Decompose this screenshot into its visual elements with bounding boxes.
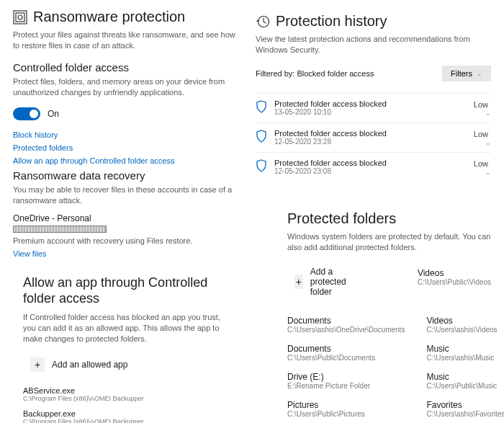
chevron-down-icon: ⌄ bbox=[477, 70, 482, 77]
folder-item[interactable]: PicturesC:\Users\Public\Pictures bbox=[287, 400, 405, 418]
filter-label: Filtered by: Blocked folder access bbox=[256, 69, 374, 78]
allow-title: Allow an app through Controlled folder a… bbox=[23, 275, 233, 306]
add-allowed-app-button[interactable]: + Add an allowed app bbox=[23, 353, 135, 376]
allow-desc: If Controlled folder access has blocked … bbox=[23, 312, 233, 344]
allowed-app-item[interactable]: ABService.exeC:\Program Files (x86)\AOME… bbox=[23, 386, 233, 402]
add-protected-folder-button[interactable]: + Add a protected folder bbox=[287, 262, 367, 301]
ransomware-icon bbox=[13, 10, 27, 25]
plus-icon: + bbox=[30, 357, 45, 372]
add-protected-folder-label: Add a protected folder bbox=[310, 267, 360, 297]
svg-point-2 bbox=[18, 15, 22, 19]
cfa-toggle[interactable] bbox=[13, 107, 40, 120]
folder-item[interactable]: Drive (E:)E:\Rename Picture Folder bbox=[287, 372, 405, 390]
page-desc: Protect your files against threats like … bbox=[13, 30, 243, 51]
history-item[interactable]: Protected folder access blocked13-05-202… bbox=[256, 93, 491, 123]
folder-item[interactable]: DocumentsC:\Users\Public\Documents bbox=[287, 344, 405, 362]
folder-item[interactable]: DocumentsC:\Users\ashis\OneDrive\Documen… bbox=[287, 316, 405, 334]
folder-item[interactable]: MusicC:\Users\Public\Music bbox=[426, 372, 504, 390]
history-icon bbox=[256, 14, 270, 29]
history-desc: View the latest protection actions and r… bbox=[256, 34, 491, 55]
shield-icon bbox=[256, 100, 267, 113]
link-block-history[interactable]: Block history bbox=[13, 130, 243, 139]
protected-folders-title: Protected folders bbox=[287, 210, 491, 227]
folder-item[interactable]: VideosC:\Users\ashis\Videos bbox=[426, 316, 504, 334]
onedrive-note: Premium account with recovery using File… bbox=[13, 236, 243, 246]
cfa-toggle-label: On bbox=[48, 109, 59, 119]
recovery-title: Ransomware data recovery bbox=[13, 169, 243, 182]
history-title: Protection history bbox=[276, 13, 387, 30]
folder-item[interactable]: Videos C:\Users\Public\Videos bbox=[418, 268, 491, 286]
protected-folders-desc: Windows system folders are protected by … bbox=[287, 231, 491, 253]
folder-item[interactable]: MusicC:\Users\ashis\Music bbox=[426, 344, 504, 362]
filters-button[interactable]: Filters ⌄ bbox=[442, 66, 491, 81]
shield-icon bbox=[256, 130, 267, 143]
history-item[interactable]: Protected folder access blocked12-05-202… bbox=[256, 152, 491, 182]
link-allow-app[interactable]: Allow an app through Controlled folder a… bbox=[13, 156, 243, 165]
svg-rect-1 bbox=[16, 13, 24, 22]
add-allowed-app-label: Add an allowed app bbox=[52, 360, 127, 370]
link-view-files[interactable]: View files bbox=[13, 249, 243, 258]
history-item[interactable]: Protected folder access blocked12-05-202… bbox=[256, 123, 491, 152]
allowed-app-item[interactable]: Backupper.exeC:\Program Files (x86)\AOME… bbox=[23, 409, 233, 423]
cfa-desc: Protect files, folders, and memory areas… bbox=[13, 76, 243, 98]
recovery-desc: You may be able to recover files in thes… bbox=[13, 184, 243, 206]
plus-icon: + bbox=[294, 275, 303, 289]
cfa-title: Controlled folder access bbox=[13, 61, 243, 74]
folder-item[interactable]: FavoritesC:\Users\ashis\Favorites bbox=[426, 400, 504, 418]
page-title: Ransomware protection bbox=[33, 9, 185, 25]
link-protected-folders[interactable]: Protected folders bbox=[13, 143, 243, 152]
onedrive-account: OneDrive - Personal bbox=[13, 213, 243, 223]
onedrive-progress bbox=[13, 226, 107, 233]
shield-icon bbox=[256, 159, 267, 172]
